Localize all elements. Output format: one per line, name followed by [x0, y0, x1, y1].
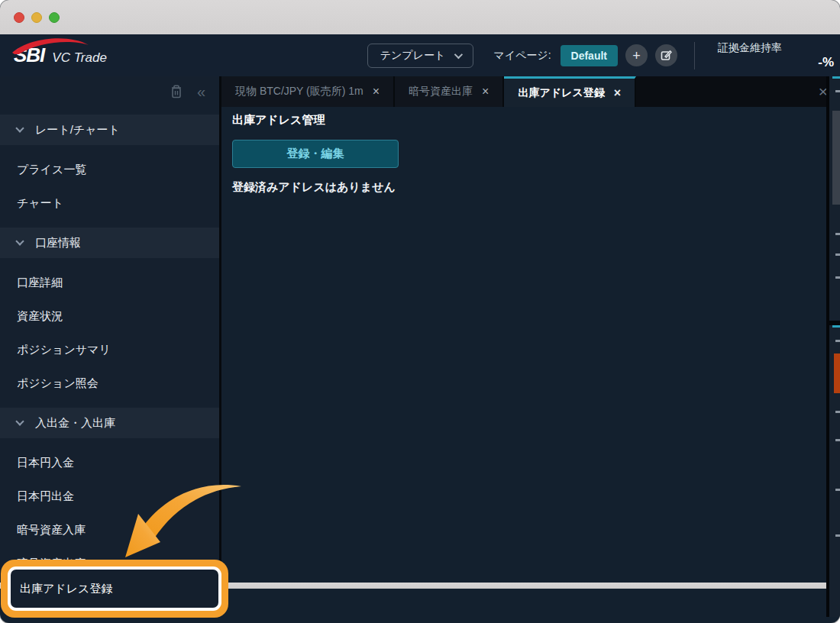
panel-accent-border — [832, 76, 840, 79]
tab-bar: 現物 BTC/JPY (販売所) 1m × 暗号資産出庫 × 出庫アドレス登録 … — [221, 76, 840, 107]
tab-label: 現物 BTC/JPY (販売所) 1m — [235, 85, 363, 98]
minimize-window-button[interactable] — [31, 12, 42, 23]
mypage-default-button[interactable]: Default — [561, 45, 618, 66]
app-body: « レート/チャート プライス一覧 チャート 口座情報 口座詳細 資産状況 ポジ… — [0, 76, 840, 583]
sidebar-utility-bar: « — [0, 76, 219, 107]
edit-mypage-button[interactable] — [655, 44, 677, 66]
truncated-right-panel — [826, 76, 840, 617]
margin-rate-value: -% — [818, 55, 834, 70]
page-title: 出庫アドレス管理 — [232, 113, 829, 128]
tab-withdraw-address-register[interactable]: 出庫アドレス登録 × — [504, 76, 636, 107]
chevron-down-icon — [15, 417, 24, 425]
annotation-highlight-box: 出庫アドレス登録 — [1, 560, 228, 618]
tab-spot-btc-jpy[interactable]: 現物 BTC/JPY (販売所) 1m × — [221, 76, 395, 107]
collapse-sidebar-icon[interactable]: « — [197, 83, 205, 101]
sidebar-item-chart[interactable]: チャート — [0, 186, 219, 220]
sidebar-item-jpy-withdraw[interactable]: 日本円出金 — [0, 479, 219, 513]
sidebar-section-deposit-withdraw[interactable]: 入出金・入出庫 — [0, 408, 219, 438]
close-icon[interactable]: × — [614, 86, 621, 100]
sbi-swoosh-icon — [9, 36, 93, 54]
chevron-down-icon — [15, 237, 24, 245]
zoom-window-button[interactable] — [49, 12, 60, 23]
panel-tile-fragment — [832, 111, 840, 205]
withdraw-address-content: 出庫アドレス管理 登録・編集 登録済みアドレスはありません — [221, 107, 840, 583]
macos-titlebar — [0, 0, 840, 34]
screenshot-stage: SBI VC Trade テンプレート マイページ: Default + — [0, 0, 840, 623]
margin-rate-label: 証拠金維持率 — [718, 41, 834, 55]
traffic-lights — [14, 12, 60, 23]
sidebar-item-withdraw-address-register[interactable]: 出庫アドレス登録 — [11, 570, 218, 608]
mypage-label: マイページ: — [493, 49, 551, 63]
app-window: SBI VC Trade テンプレート マイページ: Default + — [0, 0, 840, 623]
chevron-down-icon — [15, 124, 24, 132]
tab-label: 暗号資産出庫 — [409, 85, 473, 98]
sidebar: « レート/チャート プライス一覧 チャート 口座情報 口座詳細 資産状況 ポジ… — [0, 76, 221, 583]
tabbar-spacer — [636, 76, 819, 107]
header-divider — [694, 42, 695, 69]
sidebar-section-account-info[interactable]: 口座情報 — [0, 228, 219, 258]
sidebar-item-crypto-deposit[interactable]: 暗号資産入庫 — [0, 513, 219, 547]
template-dropdown-button[interactable]: テンプレート — [367, 44, 474, 68]
add-mypage-button[interactable]: + — [625, 44, 648, 66]
brand-logo: SBI VC Trade — [14, 44, 107, 67]
empty-address-message: 登録済みアドレスはありません — [232, 180, 829, 195]
sidebar-item-asset-status[interactable]: 資産状況 — [0, 299, 219, 333]
main-panel: 現物 BTC/JPY (販売所) 1m × 暗号資産出庫 × 出庫アドレス登録 … — [221, 76, 840, 583]
sidebar-section-rate-chart[interactable]: レート/チャート — [0, 115, 219, 145]
sidebar-item-account-detail[interactable]: 口座詳細 — [0, 266, 219, 299]
header-controls: テンプレート マイページ: Default + 証拠金維持率 - — [367, 37, 840, 75]
sidebar-item-position-inquiry[interactable]: ポジション照会 — [0, 366, 219, 400]
chevron-down-icon — [454, 50, 463, 58]
sidebar-item-position-summary[interactable]: ポジションサマリ — [0, 333, 219, 366]
close-icon[interactable]: × — [482, 85, 489, 98]
trash-icon[interactable] — [170, 84, 183, 99]
edit-icon — [661, 50, 672, 61]
tab-label: 出庫アドレス登録 — [518, 86, 604, 100]
close-window-button[interactable] — [14, 12, 24, 23]
template-dropdown-label: テンプレート — [380, 49, 446, 63]
close-icon[interactable]: × — [373, 85, 380, 98]
margin-rate-block: 証拠金維持率 -% — [709, 37, 840, 75]
sidebar-item-jpy-deposit[interactable]: 日本円入金 — [0, 446, 219, 479]
register-edit-button[interactable]: 登録・編集 — [232, 140, 399, 168]
panel-orange-fragment — [834, 353, 840, 393]
plus-icon: + — [632, 49, 641, 63]
app-header: SBI VC Trade テンプレート マイページ: Default + — [0, 34, 840, 76]
tab-crypto-withdraw[interactable]: 暗号資産出庫 × — [395, 76, 504, 107]
sidebar-item-price-list[interactable]: プライス一覧 — [0, 153, 219, 186]
panel-accent-border — [832, 325, 840, 328]
